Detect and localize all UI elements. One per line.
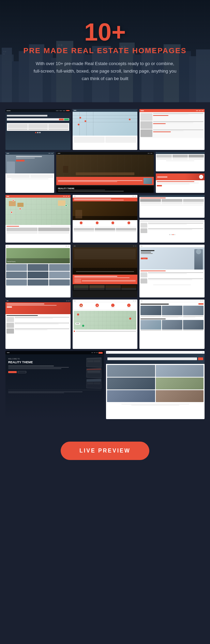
hero-subtitle: PRE MADE REAL ESTATE HOMEPAGES <box>24 46 187 55</box>
reality-title-text: REALITY THEME <box>8 361 84 364</box>
screenshot-featured-map: 🏠 ★ 📍 ✓ <box>73 300 138 349</box>
screenshot-map <box>73 109 138 150</box>
hero-section: 10+ PRE MADE REAL ESTATE HOMEPAGES With … <box>0 0 210 102</box>
screenshot-agent-business: SEARCH <box>139 245 205 297</box>
screenshot-latest-news-1 <box>139 300 205 349</box>
screenshot-row-4: Featured Property <box>5 245 205 297</box>
screenshot-col-right-2 <box>139 195 205 243</box>
screenshot-properties-cards <box>139 195 205 218</box>
screenshots-section: REALITY THEME <box>0 102 210 431</box>
hero-description: With over 10+ pre-made Real Estate conce… <box>33 60 177 82</box>
screenshot-white-listing <box>139 220 205 243</box>
screenshot-row-5: 🏠 ★ 📍 ✓ <box>5 300 205 349</box>
svg-rect-19 <box>196 49 210 102</box>
screenshot-agent <box>5 152 54 193</box>
hero-number: 10+ <box>84 20 126 44</box>
svg-rect-22 <box>3 53 4 55</box>
screenshot-row-3: $ <box>5 195 205 243</box>
screenshot-row-6: WELCOME TO REALITY THEME <box>5 351 205 419</box>
screenshot-properties-2: ♀ <box>156 173 205 193</box>
svg-rect-3 <box>19 51 31 102</box>
screenshot-luxury-interior <box>73 245 138 297</box>
cta-section: LIVE PREVIEW <box>0 431 210 474</box>
screenshot-row-2: REALITY THEME <box>5 152 205 193</box>
svg-rect-17 <box>179 51 191 102</box>
screenshot-row-1 <box>5 109 205 150</box>
screenshot-property-gallery <box>106 351 205 419</box>
screenshot-reality-listing <box>5 300 71 349</box>
screenshot-reality-theme-main: WELCOME TO REALITY THEME <box>5 351 104 419</box>
svg-rect-26 <box>58 44 60 46</box>
screenshot-map-listings: $ <box>5 195 71 243</box>
screenshot-col-right-1: ♀ <box>156 152 205 193</box>
villa-title: REALITY THEME <box>58 187 152 189</box>
screenshot-house-photos: Featured Property <box>5 245 71 297</box>
screenshot-properties-1 <box>156 152 205 171</box>
live-preview-button[interactable]: LIVE PREVIEW <box>61 442 149 460</box>
reality-badge-text: WELCOME TO <box>8 358 84 360</box>
screenshot-interior-gallery <box>73 195 138 243</box>
screenshot-search-hero <box>5 109 71 150</box>
screenshot-villa-interior: REALITY THEME <box>56 152 154 193</box>
screenshot-listing-red <box>139 109 205 150</box>
svg-rect-21 <box>5 51 6 52</box>
svg-rect-27 <box>61 44 62 46</box>
svg-rect-1 <box>2 48 12 102</box>
svg-rect-20 <box>3 51 4 52</box>
